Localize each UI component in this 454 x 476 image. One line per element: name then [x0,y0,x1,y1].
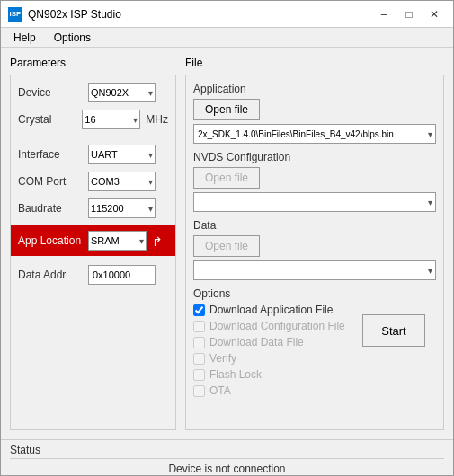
checkbox-download-app[interactable] [193,304,205,316]
interface-select[interactable]: UART [88,145,156,164]
interface-row: Interface UART [18,145,168,164]
checkbox-download-data[interactable] [193,337,205,348]
title-bar: ISP QN902x ISP Studio – □ ✕ [1,1,453,28]
app-location-select-wrapper: SRAM [88,231,147,251]
application-title: Application [193,83,436,95]
checkbox-row-4: Flash Lock [193,368,345,381]
file-options-group: Application Open file NVDS Configuration… [185,75,444,430]
app-file-path-wrapper [193,124,436,144]
options-and-start: Download Application File Download Confi… [193,304,436,401]
checkbox-row-5: OTA [193,384,345,397]
open-app-file-button[interactable]: Open file [193,99,260,120]
checkbox-flash-lock[interactable] [193,369,205,381]
data-addr-row: Data Addr [18,265,168,285]
app-icon: ISP [8,7,22,22]
minimize-button[interactable]: – [372,5,396,23]
checkboxes-group: Download Application File Download Confi… [193,304,345,401]
status-text: Device is not connection [10,463,444,475]
checkbox-label-3: Verify [209,352,236,365]
nvds-section: NVDS Configuration Open file [193,151,436,212]
baudrate-row: Baudrate 115200 [18,198,168,218]
checkbox-row-3: Verify [193,352,345,365]
checkbox-verify[interactable] [193,353,205,365]
com-port-select[interactable]: COM3 [88,172,156,191]
crystal-select[interactable]: 16 [82,110,140,129]
file-section-title: File [185,57,444,69]
com-port-select-wrapper: COM3 [88,172,156,191]
interface-select-wrapper: UART [88,145,156,164]
crystal-unit: MHz [146,113,168,126]
app-location-label: App Location [18,234,83,247]
crystal-select-wrapper: 16 [82,110,140,129]
checkbox-label-5: OTA [209,384,231,397]
baudrate-select-wrapper: 115200 [88,198,156,218]
parameters-group: Device QN902X Crystal 16 MHz [10,75,176,430]
device-label: Device [18,86,83,99]
menu-bar: Help Options [1,28,453,48]
crystal-row: Crystal 16 MHz [18,110,168,129]
data-title: Data [193,219,436,232]
checkbox-label-1: Download Configuration File [209,320,345,332]
checkbox-ota[interactable] [193,385,205,397]
data-addr-label: Data Addr [18,269,83,281]
options-title: Options [193,287,436,300]
device-row: Device QN902X [18,83,168,102]
open-data-file-button[interactable]: Open file [193,235,260,257]
device-select[interactable]: QN902X [88,83,156,102]
com-port-row: COM Port COM3 [18,172,168,191]
app-title: QN902x ISP Studio [28,8,372,21]
interface-label: Interface [18,148,83,161]
start-button[interactable]: Start [362,314,425,347]
status-bar: Status Device is not connection [1,439,453,475]
checkbox-row-0: Download Application File [193,304,345,316]
menu-options[interactable]: Options [45,30,100,46]
checkbox-label-4: Flash Lock [209,368,262,381]
app-location-select[interactable]: SRAM [88,231,147,251]
checkbox-label-0: Download Application File [209,304,333,316]
nvds-file-path-input[interactable] [193,192,436,212]
com-port-label: COM Port [18,175,83,188]
nvds-title: NVDS Configuration [193,151,436,163]
main-window: ISP QN902x ISP Studio – □ ✕ Help Options… [0,0,454,476]
data-file-path-input[interactable] [193,260,436,280]
checkbox-row-1: Download Configuration File [193,320,345,332]
baudrate-label: Baudrate [18,202,83,215]
checkbox-row-2: Download Data File [193,336,345,348]
nvds-file-path-wrapper [193,192,436,212]
status-label: Status [10,444,444,459]
crystal-label: Crystal [18,113,76,126]
divider-1 [18,137,168,137]
menu-help[interactable]: Help [4,30,45,46]
app-file-path-input[interactable] [193,124,436,144]
open-nvds-file-button[interactable]: Open file [193,167,260,189]
app-location-row: App Location SRAM ↱ [11,225,175,256]
checkbox-download-config[interactable] [193,321,205,332]
application-section: Application Open file [193,83,436,144]
main-content: Parameters Device QN902X Crystal [1,48,453,439]
options-section: Options Download Application File Downlo… [193,287,436,401]
window-controls: – □ ✕ [372,5,446,23]
maximize-button[interactable]: □ [397,5,421,23]
baudrate-select[interactable]: 115200 [88,198,156,218]
data-section: Data Open file [193,219,436,280]
left-panel: Parameters Device QN902X Crystal [10,57,176,430]
data-file-path-wrapper [193,260,436,280]
data-addr-input[interactable] [88,265,156,285]
parameters-title: Parameters [10,57,176,69]
close-button[interactable]: ✕ [423,5,446,23]
device-select-wrapper: QN902X [88,83,156,102]
checkbox-label-2: Download Data File [209,336,304,348]
right-panel: File Application Open file NVDS Configur… [185,57,444,430]
